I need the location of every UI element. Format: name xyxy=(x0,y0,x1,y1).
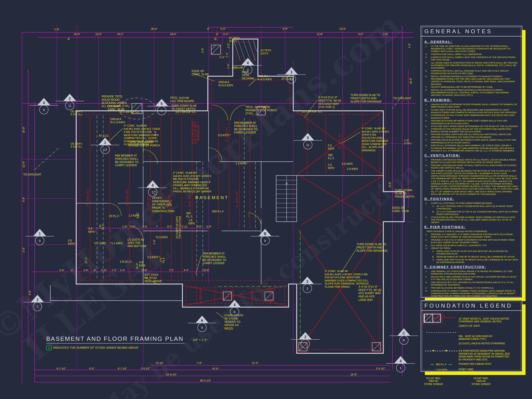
notes-item: 1.USE NOMINAL 1/2" STRUCTURAL GRADE 2 PL… xyxy=(424,270,519,275)
plan-annotation: 1'-0" xyxy=(153,240,156,245)
notes-section-heading: A. GENERAL: xyxy=(424,40,519,44)
floor-joist-desc: 16" DEEP WOOD FL. JOIST UNLESS NOTED OTH… xyxy=(459,314,519,330)
plan-annotation: 6'-11" xyxy=(136,212,139,218)
plan-annotation: 7'-2" xyxy=(169,269,174,272)
plan-annotation: 8" xyxy=(207,27,209,30)
foundation-legend-title: FOUNDATION LEGEND xyxy=(421,301,522,311)
notes-item: A.PIERS LESS THAN 36" IN HEI GHT MAY BE … xyxy=(424,250,519,255)
plan-annotation: *0.3 KIPS xyxy=(156,236,168,239)
legend-row-plf: 265 P.L.F. POUNDS PER LINEAR FOOT xyxy=(424,362,519,366)
plan-annotation: 1'-0" xyxy=(112,269,117,272)
plan-scale: 1/4" = 1'-0" xyxy=(193,338,207,342)
joist-label: TRTD. 2x10 FL. JSTS.@ 16" O.C. W/ TRTD.B… xyxy=(191,121,200,145)
plan-annotation: 15'-3" xyxy=(136,263,139,269)
pier xyxy=(210,43,222,56)
plan-annotation: 5'-6 1/2" xyxy=(376,367,385,370)
plan-annotation: 10'-0" xyxy=(95,33,102,36)
foundation-legend-body: FL. JSTS. (#') 16" DEEP WOOD FL. JOIST U… xyxy=(421,311,522,387)
svg-text:9: 9 xyxy=(403,338,405,342)
joist-label: FL. JSTS. (21') xyxy=(86,189,89,205)
plan-annotation: 5'-8" xyxy=(207,225,211,228)
notes-item: 2.FLOOR JOIST SYSTEM SHALL BE DESIGNED A… xyxy=(424,108,519,114)
joist-label: FL. JSTS. (16') xyxy=(167,195,170,211)
svg-text:4: 4 xyxy=(400,359,402,363)
plan-annotation: 5'-6" xyxy=(221,27,226,30)
plan-annotation: 1'-8"(TYP.) xyxy=(404,139,411,145)
drawing-sheet: ©MyHomeFloorPlans.comILLEGALMay be used … xyxy=(0,0,532,399)
plan-annotation: (2) 1 3/4"x14" G.L. xyxy=(176,111,196,113)
plan-annotation: 3'-4" xyxy=(22,197,25,202)
plan-annotation: 280P.L.F. xyxy=(328,153,335,160)
notes-item: PIER FOOTINGS (TYPICAL UNLESS NOTED OTHE… xyxy=(424,230,519,233)
svg-text:6: 6 xyxy=(234,310,235,314)
plan-annotation: 16'-8" xyxy=(409,78,412,84)
plan-annotation: HW1414R=4.5 KIPS xyxy=(218,81,233,87)
double-joist-desc-text: DBL. JOIST AS SPECIFIED BY MANUFACTURER … xyxy=(459,335,493,341)
plan-annotation: 7" xyxy=(156,225,158,228)
plan-annotation: 12'-10" xyxy=(155,361,163,364)
double-joist-desc: DBL. JOIST AS SPECIFIED BY MANUFACTURER … xyxy=(459,332,519,348)
notes-item: 4.HEIGHT OF PIERS: xyxy=(424,247,519,249)
plan-annotation: 6'-0" xyxy=(283,27,288,30)
plan-annotation: 10'-8" xyxy=(203,269,209,272)
plan-annotation: (2) TRTD.2x12'S xyxy=(260,49,272,55)
notes-section-heading: F. CHIMNEY CONSTRUCTION: xyxy=(424,265,519,269)
section-marker: C9 xyxy=(390,328,418,344)
plan-annotation: 4" CONC. SLAB W/6x6-W1.4xW1.4 W.W.F. OVE… xyxy=(173,171,211,193)
joist-label: FL. JSTS. (5') xyxy=(338,134,341,149)
pier-16x16-desc-text: 16"x16" MAS. PIER W/ STONE VENEER xyxy=(424,377,443,386)
plan-annotation: 2'-0" xyxy=(22,247,25,252)
pier xyxy=(298,341,309,352)
general-notes-title: GENERAL NOTES xyxy=(421,26,522,37)
notes-item: 2.CONTRACTOR SHALL VERIFY ALL DIMENSIONS… xyxy=(424,53,519,55)
plan-annotation: RIM MEMBER ATPORCHES SHALLBE DESIGNED TO… xyxy=(115,154,139,167)
notes-item: 4.ALL WOOD USED IN CONSTRUCTION OF DECKS… xyxy=(424,61,519,69)
plan-annotation: 0.5KIPS* xyxy=(68,239,75,246)
plan-annotation: 1'-6" xyxy=(408,43,411,48)
notes-item: B.24" x 12" FOOTING FOR 12" OR 13 1/2" F… xyxy=(424,210,519,215)
svg-text:4: 4 xyxy=(43,101,45,105)
section-marker: 211 xyxy=(55,94,84,110)
plan-annotation: 6" xyxy=(71,269,73,272)
kips-desc-text: POINT LOAD (1 KIP = 1,000 lbs.) xyxy=(459,368,519,374)
plan-annotation: 125P.L.F. xyxy=(99,224,104,230)
section-marker: 49 xyxy=(30,98,58,114)
notes-item: 1.UNLESS NOTED OTHERWISE FLOOR FRAMING S… xyxy=(424,103,519,108)
svg-text:4: 4 xyxy=(152,183,154,187)
plan-annotation: 4'-0" xyxy=(28,290,31,295)
section-marker: 19 xyxy=(25,229,54,245)
section-marker: 3 xyxy=(291,332,320,348)
plan-annotation: 300P.L.F. xyxy=(186,212,193,218)
plan-annotation: 88'-5 1/2" xyxy=(200,379,211,382)
joist-label: FL. JSTS. (21') xyxy=(125,189,128,205)
plan-annotation: 23'-8" xyxy=(339,27,346,30)
joist-label: FL. JSTS. (17') xyxy=(147,195,149,211)
notes-item: 3.FILL PIERS SOLID WITH 2,500 P.S.I. CON… xyxy=(424,244,519,247)
general-notes-panel: GENERAL NOTES A. GENERAL:1.AT THE TIME O… xyxy=(421,26,522,298)
svg-text:B: B xyxy=(264,232,266,236)
notes-item: B.PIERS BETWEEN 36" AND 80" IN HEIGHT SH… xyxy=(424,255,519,258)
notes-section-heading: D. FOOTINGS: xyxy=(424,197,519,201)
plan-annotation: 3'-0"x5'-0"x1'-0"DEEP FTG. W/ (4)#4'S SH… xyxy=(358,285,381,302)
plan-annotation: Є xyxy=(214,37,216,41)
plan-annotation: 12'-8" xyxy=(141,269,147,272)
plan-annotation: 3'-4" xyxy=(184,269,189,272)
plan-annotation: L xyxy=(110,229,111,232)
plan-annotation: RIM MEMBER ATPORCHES SHALLBE DESIGNED TO… xyxy=(203,252,226,265)
plan-annotation: 5'-0" xyxy=(220,56,225,59)
double-joist-desc2-text: (2) 2x10'S, UNLESS NOTED OTHERWISE xyxy=(459,342,519,345)
notes-item: 7.PROVIDE SOLID BLOCKING BETWEEN FLOOR J… xyxy=(424,139,519,144)
drain-pipe-symbol: ◄► xyxy=(424,349,459,352)
plan-annotation: 0.5 KIPS * xyxy=(218,134,231,137)
plan-annotation: 6" xyxy=(216,33,218,36)
asterisk-icon: * xyxy=(435,368,436,371)
plan-annotation: 3'-10" xyxy=(101,269,107,272)
plan-annotation: 7'-4" xyxy=(227,64,230,69)
notes-item: 1.CARRY ALL FOOTINGS TO FIRM UNDISTURBED… xyxy=(424,202,519,204)
plan-annotation: 3'-0"x3'-0"x1'-0"DEEP FTG. W/ (4)#4'S EA… xyxy=(318,96,341,109)
notes-item: 8.INSTALL ALL EXTERIOR FINISH MATERIALS … xyxy=(424,89,519,96)
notes-item: 4.PROVIDE BLOCKING BETWEEN FLOOR JOIST U… xyxy=(424,119,519,124)
plan-annotation: RIM MEMBER ATPORCHES SHALLBE DESIGNED TO… xyxy=(234,121,258,134)
plan-annotation: 4'-0" xyxy=(84,269,89,272)
plan-annotation: 2'-8" xyxy=(383,33,388,36)
